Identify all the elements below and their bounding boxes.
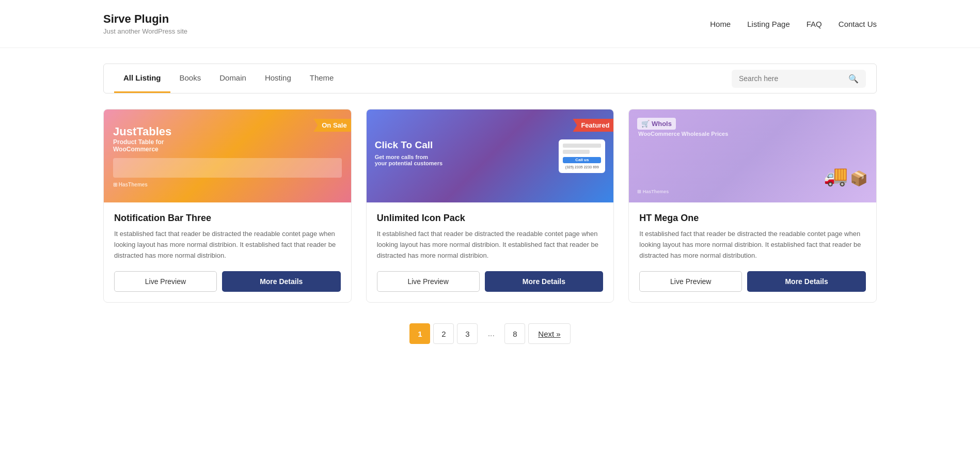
page-3-button[interactable]: 3: [457, 323, 478, 344]
tab-theme[interactable]: Theme: [301, 64, 343, 93]
search-input[interactable]: [739, 74, 844, 83]
tab-books[interactable]: Books: [170, 64, 211, 93]
card-3-preview-button[interactable]: Live Preview: [639, 271, 742, 292]
card-2-image-wrap: Click To Call Get more calls fromyour po…: [367, 109, 614, 202]
search-icon: 🔍: [848, 74, 859, 84]
site-branding: Sirve Plugin Just another WordPress site: [103, 12, 187, 35]
card-3: 🛒 Whols WooCommerce Wholesale Prices 🚚 📦…: [628, 109, 877, 303]
nav-faq[interactable]: FAQ: [807, 20, 822, 28]
pagination-dots: ...: [481, 323, 501, 344]
search-box: 🔍: [732, 70, 866, 88]
card-3-title: HT Mega One: [639, 213, 866, 224]
card-3-description: It established fact that reader be distr…: [639, 229, 866, 261]
card-1-title: Notification Bar Three: [114, 213, 341, 224]
card-2-description: It established fact that reader be distr…: [377, 229, 604, 261]
nav-home[interactable]: Home: [710, 20, 731, 28]
card-2-actions: Live Preview More Details: [377, 271, 604, 292]
card-1-image: JustTables Product Table forWooCommerce …: [104, 109, 351, 202]
cards-grid: JustTables Product Table forWooCommerce …: [103, 109, 877, 303]
tab-all-listing[interactable]: All Listing: [114, 64, 170, 93]
filter-bar: All Listing Books Domain Hosting Theme 🔍: [103, 64, 877, 93]
card-1-actions: Live Preview More Details: [114, 271, 341, 292]
pagination-next-button[interactable]: Next »: [528, 323, 570, 344]
main-nav: Home Listing Page FAQ Contact Us: [710, 20, 877, 28]
card-1-details-button[interactable]: More Details: [222, 271, 341, 292]
site-header: Sirve Plugin Just another WordPress site…: [0, 0, 980, 48]
card-2-title: Unlimited Icon Pack: [377, 213, 604, 224]
page-1-button[interactable]: 1: [409, 323, 430, 344]
tab-hosting[interactable]: Hosting: [256, 64, 301, 93]
card-3-body: HT Mega One It established fact that rea…: [629, 202, 876, 302]
card-1: JustTables Product Table forWooCommerce …: [103, 109, 352, 303]
card-3-image-wrap: 🛒 Whols WooCommerce Wholesale Prices 🚚 📦…: [629, 109, 876, 202]
card-3-image: 🛒 Whols WooCommerce Wholesale Prices 🚚 📦…: [629, 109, 876, 202]
page-8-button[interactable]: 8: [504, 323, 525, 344]
nav-listing-page[interactable]: Listing Page: [747, 20, 790, 28]
card-3-details-button[interactable]: More Details: [747, 271, 866, 292]
card-1-body: Notification Bar Three It established fa…: [104, 202, 351, 302]
page-2-button[interactable]: 2: [433, 323, 454, 344]
site-tagline: Just another WordPress site: [103, 27, 187, 35]
card-2: Click To Call Get more calls fromyour po…: [366, 109, 614, 303]
main-content: All Listing Books Domain Hosting Theme 🔍…: [0, 48, 980, 375]
card-2-preview-button[interactable]: Live Preview: [377, 271, 480, 292]
card-1-badge: On Sale: [313, 119, 351, 132]
card-2-body: Unlimited Icon Pack It established fact …: [367, 202, 614, 302]
site-title: Sirve Plugin: [103, 12, 187, 26]
pagination: 1 2 3 ... 8 Next »: [103, 323, 877, 344]
card-2-badge: Featured: [573, 119, 613, 132]
card-1-preview-button[interactable]: Live Preview: [114, 271, 217, 292]
tab-domain[interactable]: Domain: [210, 64, 256, 93]
nav-contact-us[interactable]: Contact Us: [839, 20, 877, 28]
card-1-image-wrap: JustTables Product Table forWooCommerce …: [104, 109, 351, 202]
card-3-actions: Live Preview More Details: [639, 271, 866, 292]
card-2-details-button[interactable]: More Details: [485, 271, 604, 292]
filter-tabs: All Listing Books Domain Hosting Theme: [114, 64, 343, 93]
card-1-description: It established fact that reader be distr…: [114, 229, 341, 261]
